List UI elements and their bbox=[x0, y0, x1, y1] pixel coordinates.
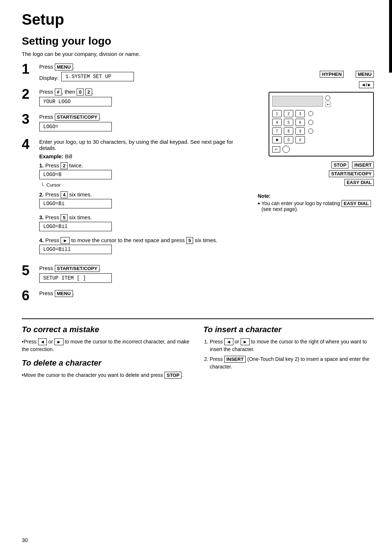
step-1-content: Press MENU. Display: 1.SYSTEM SET UP bbox=[39, 64, 247, 83]
step-4: 4 Enter your logo, up to 30 characters, … bbox=[22, 139, 247, 260]
start-set-copy-key-5: START/SET/COPY bbox=[55, 265, 100, 272]
bottom-sections: To correct a mistake •Press ◄ or ► to mo… bbox=[22, 318, 374, 381]
sub-step-1: 1. Press 2 twice. LOGO=B Cursor bbox=[39, 162, 247, 188]
example-value: Bill bbox=[65, 153, 72, 159]
insert-char-list: Press ◄ or ► to move the cursor to the r… bbox=[203, 338, 374, 371]
step-5: 5 Press START/SET/COPY. SETUP ITEM [ ] bbox=[22, 265, 247, 285]
step-2-content: Press #, then 0 2. YOUR LOGO bbox=[39, 89, 247, 109]
nav-row: ◄/► bbox=[359, 81, 374, 88]
insert-char-col: To insert a character Press ◄ or ► to mo… bbox=[203, 325, 374, 381]
step-5-display: SETUP ITEM [ ] bbox=[39, 273, 112, 283]
step-4-text: Enter your logo, up to 30 characters, by… bbox=[39, 139, 247, 151]
easy-dial-btn: EASY DIAL bbox=[344, 179, 374, 186]
sub-step-3-text: Press 5 six times. bbox=[45, 214, 92, 220]
delete-char-title: To delete a character bbox=[22, 358, 192, 368]
note-box: Note: • You can enter your logo by rotat… bbox=[258, 193, 374, 212]
step-1-text: Press MENU. bbox=[39, 64, 247, 70]
device-display-row: ↩ bbox=[272, 95, 370, 107]
key-5: 5 bbox=[61, 214, 68, 221]
key-0-btn: 0 bbox=[284, 136, 293, 143]
sub-step-2-display: LOGO=Bi bbox=[39, 199, 112, 208]
note-text: You can enter your logo by rotating EASY… bbox=[261, 200, 374, 212]
correct-mistake-title: To correct a mistake bbox=[22, 325, 192, 334]
cursor-label: Cursor bbox=[46, 182, 247, 188]
example-label: Example: bbox=[39, 153, 64, 159]
main-layout: 1 Press MENU. Display: 1.SYSTEM SET UP 2… bbox=[22, 64, 374, 307]
sub-step-3-label: 3. bbox=[39, 214, 44, 220]
step-6-text: Press MENU. bbox=[39, 290, 247, 296]
sub-step-2-text: Press 4 six times. bbox=[45, 191, 92, 197]
insert-ref: INSERT bbox=[224, 356, 246, 363]
sub-steps: 1. Press 2 twice. LOGO=B Cursor 2. Press… bbox=[39, 162, 247, 256]
start-set-copy-key-3: START/SET/COPY bbox=[55, 114, 100, 121]
example-block: Example: Bill bbox=[39, 153, 247, 159]
stop-ref: STOP bbox=[164, 372, 181, 379]
key-9-btn: 9 bbox=[295, 127, 305, 135]
right-arrow-ref2: ► bbox=[241, 338, 250, 345]
step-2-display: YOUR LOGO bbox=[39, 97, 112, 106]
key-5-btn: 5 bbox=[284, 119, 293, 126]
device-bottom-keys: ↵ bbox=[272, 146, 370, 153]
hyphen-label: HYPHEN bbox=[320, 71, 344, 78]
sub-step-3-display: LOGO=Bil bbox=[39, 222, 112, 231]
intro-text: The logo can be your company, division o… bbox=[22, 51, 374, 57]
key-8-btn: 8 bbox=[284, 127, 293, 135]
right-arrow-ref: ► bbox=[54, 338, 64, 345]
step-3-display: LOGO= bbox=[39, 122, 112, 131]
step-3-number: 3 bbox=[22, 112, 35, 126]
hash-key: # bbox=[55, 89, 62, 95]
device-small-icon: ↩ bbox=[325, 102, 331, 107]
insert-step-2: Press INSERT (One-Touch Dial key 2) to i… bbox=[210, 355, 374, 371]
sub-step-1-label: 1. bbox=[39, 162, 44, 168]
kp-circle-1 bbox=[308, 111, 313, 116]
key-4-btn: 4 bbox=[272, 119, 282, 126]
step-5-text: Press START/SET/COPY. bbox=[39, 265, 247, 271]
right-arrow-key: ► bbox=[61, 237, 70, 244]
device-display bbox=[272, 96, 323, 107]
note-item-1: • You can enter your logo by rotating EA… bbox=[258, 200, 374, 212]
correct-mistake-col: To correct a mistake •Press ◄ or ► to mo… bbox=[22, 325, 192, 381]
start-set-copy-btn: START/SET/COPY bbox=[329, 170, 374, 177]
zero-key: 0 bbox=[77, 89, 83, 95]
step-1-display: 1.SYSTEM SET UP bbox=[61, 72, 134, 81]
step-6-number: 6 bbox=[22, 289, 35, 302]
key-2-btn: 2 bbox=[284, 110, 293, 117]
key-7-btn: 7 bbox=[272, 127, 282, 135]
kp-circle-2 bbox=[308, 120, 313, 125]
step-5-content: Press START/SET/COPY. SETUP ITEM [ ] bbox=[39, 265, 247, 285]
menu-label: MENU bbox=[356, 71, 374, 78]
step-2-text: Press #, then 0 2. bbox=[39, 89, 247, 95]
left-column: 1 Press MENU. Display: 1.SYSTEM SET UP 2… bbox=[22, 64, 247, 307]
device-right-controls: ↩ bbox=[325, 95, 331, 107]
step-6-content: Press MENU. bbox=[39, 290, 247, 298]
kp-circle-3 bbox=[308, 129, 313, 134]
key-1: 1 bbox=[272, 110, 282, 117]
step-1-number: 1 bbox=[22, 62, 35, 76]
right-border-decoration bbox=[389, 0, 392, 73]
step-4-content: Enter your logo, up to 30 characters, by… bbox=[39, 139, 247, 260]
key-2: 2 bbox=[61, 162, 68, 169]
two-key: 2 bbox=[85, 89, 92, 95]
sub-step-1-display: LOGO=B bbox=[39, 170, 112, 179]
sub-step-3: 3. Press 5 six times. LOGO=Bil bbox=[39, 214, 247, 233]
insert-char-title: To insert a character bbox=[203, 325, 374, 334]
note-bullet: • bbox=[258, 200, 260, 207]
right-column: HYPHEN MENU ◄/► ↩ 1 2 bbox=[258, 64, 374, 307]
key-hash-btn: # bbox=[295, 136, 305, 143]
sub-step-4: 4. Press ► to move the cursor to the nex… bbox=[39, 237, 247, 256]
device-circle-bottom bbox=[282, 146, 290, 153]
device-body: ↩ 1 2 3 4 5 6 7 8 9 ✱ bbox=[269, 92, 374, 156]
section-title: Setting your logo bbox=[22, 35, 374, 47]
step-2-number: 2 bbox=[22, 87, 35, 101]
step-6: 6 Press MENU. bbox=[22, 290, 247, 302]
left-arrow-ref2: ◄ bbox=[224, 338, 233, 345]
sub-step-2: 2. Press 4 six times. LOGO=Bi bbox=[39, 191, 247, 211]
key-star-btn: ✱ bbox=[272, 136, 282, 143]
insert-step-1: Press ◄ or ► to move the cursor to the r… bbox=[210, 338, 374, 353]
display-label: Display: bbox=[39, 75, 58, 81]
step-1: 1 Press MENU. Display: 1.SYSTEM SET UP bbox=[22, 64, 247, 83]
sub-step-4-display: LOGO=Bill bbox=[39, 245, 112, 254]
delete-char-text: •Move the cursor to the character you wa… bbox=[22, 371, 192, 379]
insert-btn: INSERT bbox=[352, 162, 374, 168]
step-2: 2 Press #, then 0 2. YOUR LOGO bbox=[22, 89, 247, 109]
